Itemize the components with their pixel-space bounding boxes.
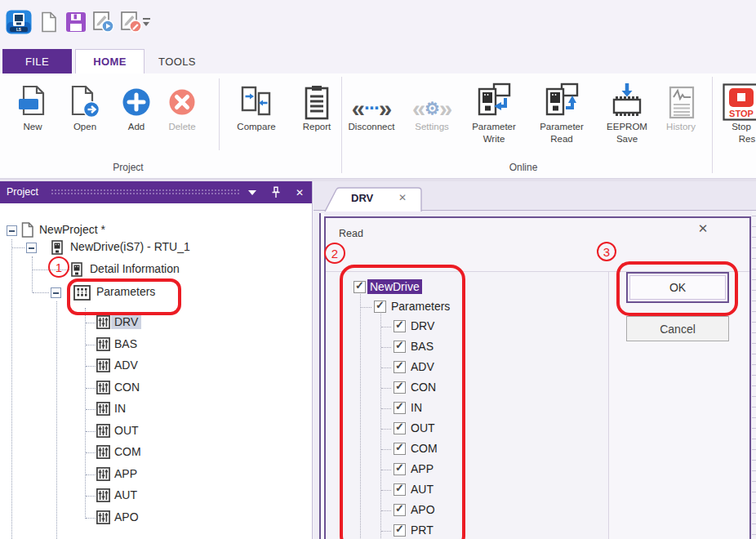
- tab-home[interactable]: HOME: [75, 49, 145, 74]
- tree-item-in[interactable]: IN: [0, 400, 311, 418]
- tree-item-adv[interactable]: ADV: [0, 357, 311, 375]
- checkbox-app[interactable]: ✓: [394, 463, 406, 475]
- compare-button[interactable]: Compare: [227, 75, 286, 133]
- dialog-tree-item-label: DRV: [408, 318, 437, 333]
- checkbox-out[interactable]: ✓: [394, 422, 406, 434]
- window-position-icon[interactable]: [245, 185, 260, 199]
- dialog-tree-item-app[interactable]: ✓APP: [326, 461, 749, 479]
- edit-cancel-icon[interactable]: [119, 10, 142, 36]
- tree-item-out[interactable]: OUT: [0, 422, 311, 440]
- collapse-icon[interactable]: [26, 243, 37, 253]
- tree-item-com[interactable]: COM: [0, 443, 311, 461]
- stop-reset-button[interactable]: STOP Stop Res: [717, 75, 756, 145]
- document-tab-label[interactable]: DRV: [351, 192, 373, 204]
- dialog-tree-item-con[interactable]: ✓CON: [326, 379, 749, 397]
- checkbox-bas[interactable]: ✓: [394, 341, 406, 353]
- tree-item-label: COM: [111, 444, 145, 459]
- checkbox-in[interactable]: ✓: [394, 402, 406, 414]
- tab-close-icon[interactable]: ✕: [398, 192, 407, 203]
- eeprom-save-button[interactable]: EEPROM Save: [601, 75, 653, 145]
- check-icon: ✓: [395, 482, 404, 494]
- tab-tools[interactable]: TOOLS: [148, 49, 207, 74]
- tree-item-project-root[interactable]: NewProject *: [0, 221, 311, 239]
- dialog-tree-item-com[interactable]: ✓COM: [326, 440, 749, 458]
- quick-access-dropdown-icon[interactable]: [142, 18, 152, 28]
- parameter-group-icon: [96, 424, 110, 438]
- pin-icon[interactable]: [269, 185, 283, 199]
- disconnect-icon: «···»: [352, 75, 391, 121]
- delete-button[interactable]: Delete: [160, 75, 204, 133]
- check-icon: ✓: [395, 400, 404, 412]
- tree-item-bas[interactable]: BAS: [0, 336, 311, 354]
- new-button[interactable]: New: [13, 75, 52, 133]
- settings-button[interactable]: «⚙» Settings: [407, 75, 457, 133]
- checkbox-adv[interactable]: ✓: [394, 361, 406, 373]
- dialog-tree-item-label: PRT: [408, 523, 436, 537]
- dialog-tree-item-root[interactable]: ✓ NewDrive: [326, 278, 749, 296]
- check-icon: ✓: [395, 441, 404, 453]
- parameter-group-icon: [96, 315, 110, 329]
- save-icon[interactable]: [65, 11, 87, 36]
- detail-information-icon: [71, 262, 82, 277]
- tree-item-parameters[interactable]: Parameters: [0, 283, 311, 301]
- tab-file[interactable]: FILE: [2, 49, 72, 74]
- tree-item-drive[interactable]: NewDrive(iS7) - RTU_1: [0, 238, 311, 256]
- dialog-tree-item-aut[interactable]: ✓AUT: [326, 481, 749, 499]
- add-button[interactable]: Add: [116, 75, 157, 133]
- tree-connector: [381, 531, 391, 532]
- group-separator: [712, 77, 713, 173]
- checkbox-newdrive[interactable]: ✓: [354, 281, 366, 293]
- parameter-group-icon: [96, 445, 110, 459]
- tree-item-con[interactable]: CON: [0, 379, 311, 397]
- dialog-close-icon[interactable]: ✕: [695, 221, 711, 236]
- check-icon: ✓: [395, 421, 404, 433]
- dialog-tree-item-drv[interactable]: ✓DRV: [326, 318, 749, 336]
- close-icon[interactable]: ✕: [292, 185, 307, 199]
- tree-item-label: OUT: [111, 423, 142, 438]
- checkbox-drv[interactable]: ✓: [394, 320, 406, 332]
- parameter-read-icon: [544, 75, 580, 121]
- history-button[interactable]: History: [656, 75, 706, 133]
- dialog-tree-item-out[interactable]: ✓OUT: [326, 420, 749, 438]
- dialog-tree-item-adv[interactable]: ✓ADV: [326, 359, 749, 376]
- disconnect-button[interactable]: «···» Disconnect: [348, 75, 395, 133]
- ribbon: New Open Add Delete Compare Report: [0, 74, 756, 179]
- parameter-group-icon: [96, 359, 110, 372]
- checkbox-apo[interactable]: ✓: [394, 504, 406, 516]
- parameter-group-icon: [96, 467, 110, 481]
- dialog-tree-item-apo[interactable]: ✓APO: [326, 501, 749, 519]
- delete-icon: [167, 75, 198, 121]
- dialog-tree-item-in[interactable]: ✓IN: [326, 399, 749, 417]
- parameter-write-button[interactable]: Parameter Write: [460, 75, 527, 145]
- report-button[interactable]: Report: [294, 75, 340, 133]
- tree-connector: [381, 368, 391, 368]
- checkbox-prt[interactable]: ✓: [394, 524, 406, 537]
- checkbox-parameters[interactable]: ✓: [374, 301, 386, 313]
- project-panel-title: Project: [7, 186, 38, 198]
- checkbox-con[interactable]: ✓: [394, 381, 406, 394]
- checkbox-aut[interactable]: ✓: [394, 483, 406, 496]
- tree-item-drv[interactable]: DRV: [0, 314, 311, 332]
- tree-item-detail-information[interactable]: Detail Information: [0, 261, 311, 278]
- dialog-tree-item-label: BAS: [408, 339, 436, 354]
- dialog-tree-item-parameters[interactable]: ✓ Parameters: [326, 298, 749, 316]
- tree-connector: [381, 490, 391, 491]
- tree-item-app[interactable]: APP: [0, 466, 311, 483]
- edit-run-icon[interactable]: [91, 10, 114, 36]
- tree-connector: [86, 518, 96, 519]
- dialog-tree-item-prt[interactable]: ✓PRT: [326, 522, 749, 539]
- document-tab[interactable]: [324, 187, 424, 212]
- new-document-icon[interactable]: [39, 11, 59, 36]
- collapse-icon[interactable]: [51, 287, 61, 298]
- project-panel-header[interactable]: Project ✕: [0, 181, 312, 203]
- dialog-tree-item-bas[interactable]: ✓BAS: [326, 338, 749, 356]
- project-file-icon: [21, 222, 33, 238]
- tree-item-apo[interactable]: APO: [0, 509, 311, 527]
- parameter-read-button[interactable]: Parameter Read: [528, 75, 595, 145]
- open-button[interactable]: Open: [64, 75, 106, 133]
- checkbox-com[interactable]: ✓: [394, 443, 406, 455]
- dialog-tree-item-label: CON: [408, 380, 438, 394]
- collapse-icon[interactable]: [7, 225, 17, 236]
- tree-item-aut[interactable]: AUT: [0, 487, 311, 505]
- tree-connector: [381, 429, 391, 430]
